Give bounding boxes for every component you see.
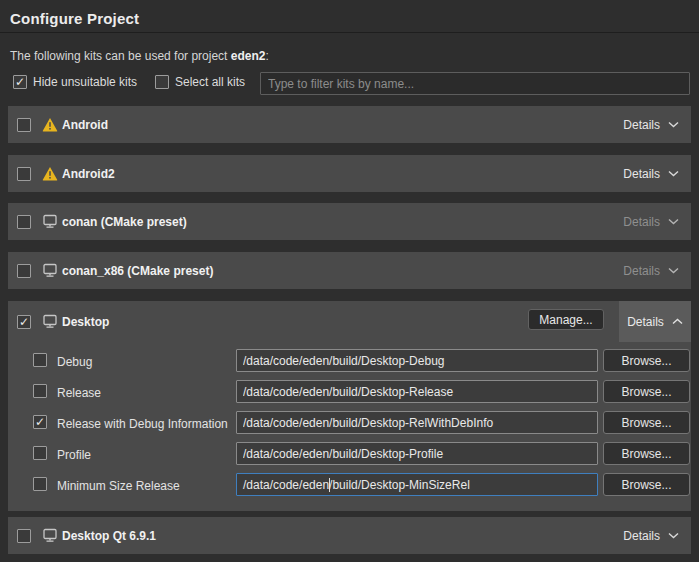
check-mark: ✓ (15, 76, 25, 88)
config-label: Release (57, 386, 101, 400)
hide-unsuitable-kits-label: Hide unsuitable kits (33, 75, 137, 89)
path-text-after-caret: /build/Desktop-MinSizeRel (329, 478, 470, 492)
kit-checkbox[interactable] (17, 167, 31, 181)
config-label: Minimum Size Release (57, 479, 180, 493)
checkbox-checked-icon[interactable]: ✓ (13, 75, 27, 89)
check-mark: ✓ (19, 315, 29, 327)
config-label: Profile (57, 448, 91, 462)
manage-button-label: Manage... (539, 313, 592, 327)
kit-row-desktop-qt[interactable]: Desktop Qt 6.9.1 Details (8, 517, 691, 554)
config-row-minsizerel: Minimum Size Release /data/code/eden/bui… (8, 473, 691, 497)
browse-button[interactable]: Browse... (603, 380, 690, 403)
kit-name: Android2 (62, 167, 115, 181)
check-mark: ✓ (35, 416, 45, 428)
subtitle-colon: : (265, 49, 268, 63)
config-checkbox[interactable] (33, 477, 47, 491)
kit-row-conan-x86[interactable]: conan_x86 (CMake preset) Details (8, 252, 691, 289)
config-checkbox[interactable] (33, 353, 47, 367)
desktop-icon (41, 528, 58, 543)
select-all-kits-checkbox[interactable]: Select all kits (155, 75, 245, 89)
chevron-down-icon (668, 532, 679, 539)
config-checkbox[interactable] (33, 446, 47, 460)
browse-button-label: Browse... (621, 478, 671, 492)
details-toggle[interactable]: Details (611, 106, 691, 143)
browse-button-label: Browse... (621, 447, 671, 461)
browse-button-label: Browse... (621, 416, 671, 430)
browse-button-label: Browse... (621, 385, 671, 399)
kit-name: conan_x86 (CMake preset) (62, 264, 213, 278)
kit-row-android[interactable]: Android Details (8, 106, 691, 143)
details-toggle-expanded[interactable]: Details (619, 301, 691, 342)
browse-button[interactable]: Browse... (603, 411, 690, 434)
chevron-down-icon (668, 218, 679, 225)
build-dir-input[interactable] (236, 349, 598, 372)
page-title: Configure Project (10, 10, 139, 27)
kits-subtitle: The following kits can be used for proje… (10, 49, 269, 63)
configure-project-page: { "title": "Configure Project", "subtitl… (0, 0, 699, 562)
browse-button[interactable]: Browse... (603, 442, 690, 465)
checkbox-unchecked-icon[interactable] (155, 75, 169, 89)
hide-unsuitable-kits-checkbox[interactable]: ✓ Hide unsuitable kits (13, 75, 137, 89)
kit-checkbox[interactable] (17, 529, 31, 543)
kit-checkbox[interactable] (17, 118, 31, 132)
config-row-relwithdebinfo: ✓ Release with Debug Information Browse.… (8, 411, 691, 435)
details-toggle: Details (611, 252, 691, 289)
chevron-down-icon (668, 121, 679, 128)
config-label: Release with Debug Information (57, 417, 228, 431)
subtitle-text: The following kits can be used for proje… (10, 49, 231, 63)
build-dir-input[interactable] (236, 411, 598, 434)
config-row-release: Release Browse... (8, 380, 691, 404)
kit-row-conan[interactable]: conan (CMake preset) Details (8, 203, 691, 240)
build-dir-input-focused[interactable]: /data/code/eden/build/Desktop-MinSizeRel (236, 473, 598, 496)
kit-checkbox[interactable] (17, 264, 31, 278)
chevron-up-icon (672, 318, 683, 325)
kit-name: Desktop (62, 315, 109, 329)
chevron-down-icon (668, 170, 679, 177)
details-label: Details (623, 529, 660, 543)
title-separator (0, 32, 699, 33)
build-dir-input[interactable] (236, 442, 598, 465)
config-checkbox[interactable] (33, 384, 47, 398)
details-label: Details (623, 167, 660, 181)
config-checkbox-checked[interactable]: ✓ (33, 415, 47, 429)
details-toggle: Details (611, 203, 691, 240)
desktop-icon (41, 314, 58, 329)
warning-icon (41, 117, 58, 132)
chevron-down-icon (668, 267, 679, 274)
manage-button[interactable]: Manage... (528, 309, 604, 330)
kit-panel-desktop: ✓ Desktop Manage... Details Debug Browse… (8, 301, 691, 511)
kit-row-android2[interactable]: Android2 Details (8, 155, 691, 192)
browse-button[interactable]: Browse... (603, 473, 690, 496)
details-label: Details (623, 118, 660, 132)
kit-name: Android (62, 118, 108, 132)
config-label: Debug (57, 355, 92, 369)
details-label: Details (627, 315, 664, 329)
browse-button[interactable]: Browse... (603, 349, 690, 372)
details-toggle[interactable]: Details (611, 155, 691, 192)
kit-name: Desktop Qt 6.9.1 (62, 529, 156, 543)
kit-checkbox[interactable] (17, 215, 31, 229)
kit-filter-input[interactable] (260, 72, 690, 95)
build-dir-input[interactable] (236, 380, 598, 403)
config-row-profile: Profile Browse... (8, 442, 691, 466)
path-text-before-caret: /data/code/eden (243, 478, 329, 492)
kit-name: conan (CMake preset) (62, 215, 187, 229)
config-row-debug: Debug Browse... (8, 349, 691, 373)
details-toggle[interactable]: Details (611, 517, 691, 554)
details-label: Details (623, 215, 660, 229)
details-label: Details (623, 264, 660, 278)
browse-button-label: Browse... (621, 354, 671, 368)
kit-checkbox-checked[interactable]: ✓ (17, 315, 31, 329)
select-all-kits-label: Select all kits (175, 75, 245, 89)
warning-icon (41, 166, 58, 181)
desktop-icon (41, 214, 58, 229)
desktop-icon (41, 263, 58, 278)
project-name: eden2 (231, 49, 266, 63)
